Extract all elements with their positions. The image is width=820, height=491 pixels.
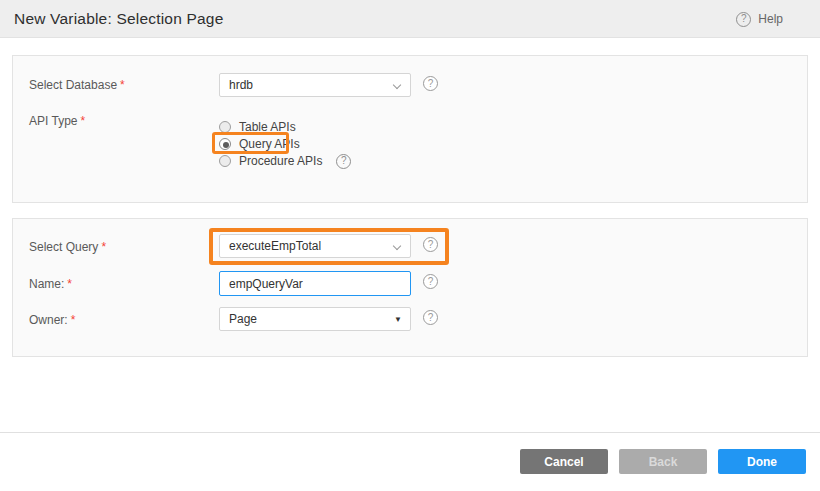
owner-select[interactable]: Page ▼ — [219, 307, 411, 331]
radio-icon — [219, 138, 231, 150]
select-query-label: Select Query* — [29, 240, 106, 254]
radio-option-1[interactable]: Query APIs — [219, 136, 300, 152]
database-help-icon[interactable]: ? — [423, 76, 438, 91]
database-dropdown[interactable]: hrdb — [219, 73, 411, 97]
chevron-down-icon — [393, 81, 401, 89]
radio-icon — [219, 155, 231, 167]
owner-label: Owner:* — [29, 313, 75, 327]
radio-icon — [219, 121, 231, 133]
select-database-label: Select Database* — [29, 78, 125, 92]
help-icon: ? — [736, 12, 751, 27]
name-help-icon[interactable]: ? — [423, 274, 438, 289]
query-dropdown[interactable]: executeEmpTotal — [219, 234, 411, 258]
query-section: Select Query* executeEmpTotal ? Name:* ?… — [12, 218, 808, 357]
dropdown-arrow-icon: ▼ — [394, 316, 402, 324]
done-button[interactable]: Done — [718, 449, 806, 474]
footer-divider — [0, 432, 820, 433]
cancel-button[interactable]: Cancel — [520, 449, 608, 474]
chevron-down-icon — [393, 242, 401, 250]
procedure-apis-help-icon[interactable]: ? — [336, 154, 351, 169]
required-marker: * — [71, 313, 76, 327]
name-input[interactable] — [219, 271, 411, 296]
query-help-icon[interactable]: ? — [423, 237, 438, 252]
owner-help-icon[interactable]: ? — [423, 310, 438, 325]
required-marker: * — [101, 240, 106, 254]
database-dropdown-value: hrdb — [229, 78, 253, 92]
help-link[interactable]: ? Help — [736, 0, 783, 38]
api-type-label: API Type* — [29, 114, 85, 128]
owner-select-value: Page — [229, 312, 257, 326]
radio-label: Query APIs — [239, 137, 300, 151]
required-marker: * — [80, 114, 85, 128]
database-section: Select Database* hrdb ? API Type* Table … — [12, 55, 808, 203]
radio-label: Table APIs — [239, 120, 296, 134]
query-dropdown-value: executeEmpTotal — [229, 239, 321, 253]
back-button[interactable]: Back — [619, 449, 707, 474]
radio-label: Procedure APIs — [239, 154, 322, 168]
help-label: Help — [758, 12, 783, 26]
name-label: Name:* — [29, 277, 72, 291]
radio-option-0[interactable]: Table APIs — [219, 119, 296, 135]
required-marker: * — [67, 277, 72, 291]
dialog-header: New Variable: Selection Page ? Help — [0, 0, 820, 38]
required-marker: * — [120, 78, 125, 92]
radio-option-2[interactable]: Procedure APIs ? — [219, 153, 351, 169]
page-title: New Variable: Selection Page — [14, 0, 224, 38]
